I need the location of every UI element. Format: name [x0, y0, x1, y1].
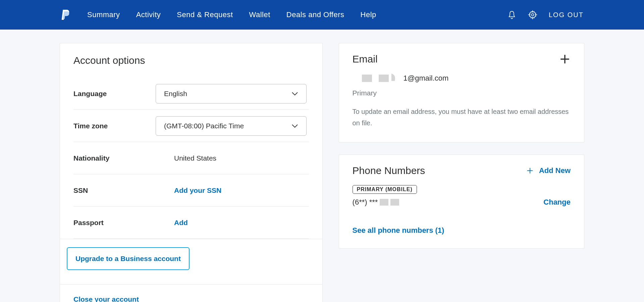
add-email-plus-icon[interactable]: [559, 53, 571, 65]
settings-gear-icon[interactable]: [528, 10, 537, 19]
nationality-row: Nationality United States: [73, 142, 309, 174]
upgrade-business-button[interactable]: Upgrade to a Business account: [67, 247, 190, 270]
redacted-block: [380, 199, 388, 206]
passport-label: Passport: [73, 219, 156, 227]
language-select[interactable]: English: [156, 84, 307, 103]
plus-icon: [526, 167, 534, 174]
passport-row: Passport Add: [73, 207, 309, 239]
timezone-value: (GMT-08:00) Pacific Time: [164, 122, 244, 130]
email-card: Email 1@gmail.com Primary To update an e…: [339, 43, 584, 142]
nationality-value: United States: [156, 154, 216, 162]
nationality-label: Nationality: [73, 154, 156, 162]
main-nav: Summary Activity Send & Request Wallet D…: [87, 10, 507, 19]
nav-summary[interactable]: Summary: [87, 10, 120, 19]
phone-number-prefix: (6**) ***: [353, 198, 378, 207]
nav-activity[interactable]: Activity: [136, 10, 161, 19]
notifications-icon[interactable]: [507, 10, 517, 19]
logout-link[interactable]: LOG OUT: [549, 11, 584, 19]
email-title: Email: [353, 53, 378, 65]
timezone-select[interactable]: (GMT-08:00) Pacific Time: [156, 116, 307, 136]
email-primary-label: Primary: [353, 89, 571, 97]
timezone-row: Time zone (GMT-08:00) Pacific Time: [73, 110, 309, 142]
phone-title: Phone Numbers: [353, 165, 425, 176]
phone-primary-badge: PRIMARY (MOBILE): [353, 185, 417, 194]
add-passport-link[interactable]: Add: [156, 219, 188, 227]
content-area: Account options Language English Time zo…: [0, 30, 644, 302]
language-label: Language: [73, 90, 156, 98]
paypal-logo-icon: [60, 9, 70, 21]
email-hint: To update an email address, you must hav…: [353, 106, 571, 129]
timezone-label: Time zone: [73, 122, 156, 130]
account-options-title: Account options: [73, 55, 309, 66]
redacted-curve: [391, 74, 397, 83]
chevron-down-icon: [291, 92, 298, 96]
phone-card: Phone Numbers Add New PRIMARY (MOBILE) (…: [339, 155, 584, 249]
nav-deals-offers[interactable]: Deals and Offers: [286, 10, 344, 19]
language-row: Language English: [73, 78, 309, 110]
change-phone-link[interactable]: Change: [543, 198, 571, 207]
ssn-row: SSN Add your SSN: [73, 174, 309, 207]
see-all-phones-link[interactable]: See all phone numbers (1): [353, 226, 571, 235]
account-options-panel: Account options Language English Time zo…: [60, 43, 323, 302]
email-address: 1@gmail.com: [353, 74, 571, 83]
redacted-block: [379, 75, 389, 82]
svg-point-0: [531, 14, 534, 16]
chevron-down-icon: [291, 124, 298, 128]
nav-send-request[interactable]: Send & Request: [177, 10, 233, 19]
redacted-block: [362, 75, 372, 82]
add-phone-link[interactable]: Add New: [526, 166, 571, 175]
close-account-link[interactable]: Close your account: [73, 293, 139, 302]
add-new-label: Add New: [539, 166, 571, 175]
nav-help[interactable]: Help: [361, 10, 376, 19]
header-right: LOG OUT: [507, 10, 584, 19]
ssn-label: SSN: [73, 186, 156, 195]
nav-wallet[interactable]: Wallet: [249, 10, 270, 19]
phone-number: (6**) ***: [353, 198, 399, 207]
email-suffix: 1@gmail.com: [404, 74, 449, 83]
top-nav-header: Summary Activity Send & Request Wallet D…: [0, 0, 644, 30]
language-value: English: [164, 90, 187, 98]
redacted-block: [390, 199, 399, 206]
right-column: Email 1@gmail.com Primary To update an e…: [339, 43, 584, 302]
add-ssn-link[interactable]: Add your SSN: [156, 186, 221, 195]
